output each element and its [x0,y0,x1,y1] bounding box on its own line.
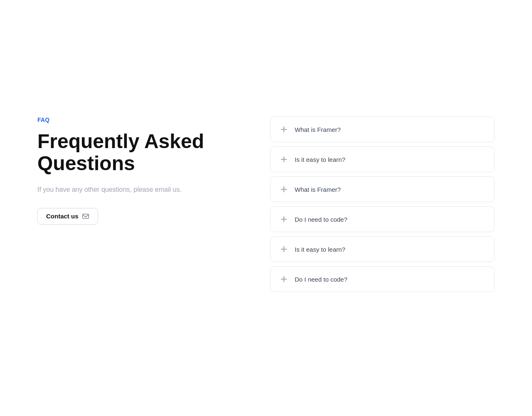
plus-icon [280,275,288,283]
faq-question-text: What is Framer? [295,186,341,193]
faq-question-text: Do I need to code? [295,216,347,223]
faq-item[interactable]: Is it easy to learn? [270,236,495,262]
contact-us-button[interactable]: Contact us [37,208,98,225]
faq-item[interactable]: Do I need to code? [270,266,495,292]
plus-icon [280,245,288,253]
plus-icon [280,125,288,134]
faq-list: What is Framer? Is it easy to learn? Wha… [270,116,495,292]
faq-title: Frequently Asked Questions [37,131,237,175]
plus-icon [280,215,288,223]
faq-question-text: Do I need to code? [295,276,347,283]
faq-item[interactable]: Do I need to code? [270,206,495,232]
plus-icon [280,185,288,193]
page-wrapper: FAQ Frequently Asked Questions If you ha… [0,0,532,334]
email-icon [82,213,89,220]
left-panel: FAQ Frequently Asked Questions If you ha… [37,116,237,225]
plus-icon [280,155,288,163]
faq-question-text: Is it easy to learn? [295,156,345,163]
faq-item[interactable]: What is Framer? [270,116,495,142]
svg-rect-0 [82,214,88,218]
faq-question-text: Is it easy to learn? [295,246,345,253]
faq-item[interactable]: What is Framer? [270,176,495,202]
faq-subtitle: If you have any other questions, please … [37,185,237,195]
faq-question-text: What is Framer? [295,126,341,133]
faq-section-label: FAQ [37,116,237,123]
contact-button-label: Contact us [46,213,79,220]
faq-item[interactable]: Is it easy to learn? [270,146,495,172]
